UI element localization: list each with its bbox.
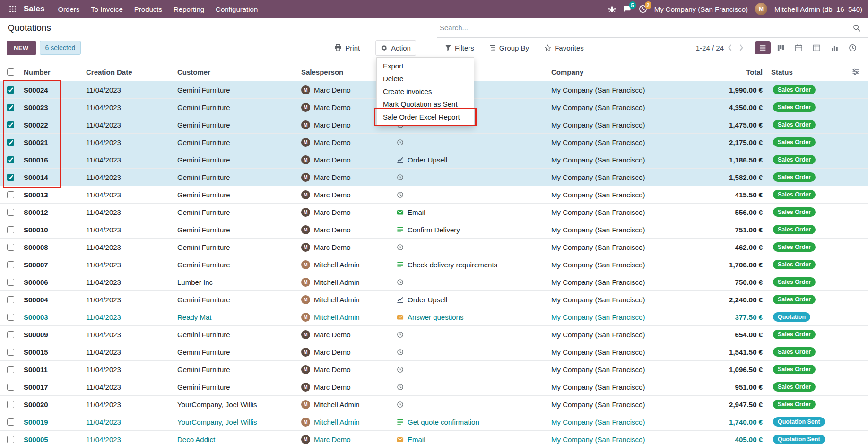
row-checkbox[interactable] bbox=[7, 86, 14, 94]
table-row[interactable]: S00009 11/04/2023 Gemini Furniture M Mar… bbox=[0, 326, 868, 343]
column-header-status[interactable]: Status bbox=[768, 68, 837, 76]
pager-previous-icon[interactable] bbox=[724, 44, 736, 51]
menu-products[interactable]: Products bbox=[129, 1, 168, 17]
column-header-total[interactable]: Total bbox=[690, 68, 768, 76]
row-checkbox[interactable] bbox=[7, 418, 14, 426]
row-checkbox[interactable] bbox=[7, 384, 14, 391]
row-checkbox[interactable] bbox=[7, 244, 14, 251]
table-row[interactable]: S00021 11/04/2023 Gemini Furniture M Mar… bbox=[0, 134, 868, 151]
action-menu-item[interactable]: Sale Order Excel Report bbox=[377, 111, 474, 123]
row-activity-button[interactable] bbox=[394, 279, 548, 286]
row-activity-button[interactable]: Answer questions bbox=[394, 313, 548, 321]
selected-count-badge[interactable]: 6 selected bbox=[40, 41, 81, 55]
action-menu-item[interactable]: Delete bbox=[377, 72, 474, 85]
table-row[interactable]: S00006 11/04/2023 Lumber Inc M Mitchell … bbox=[0, 273, 868, 291]
table-row[interactable]: S00017 11/04/2023 Gemini Furniture M Mar… bbox=[0, 378, 868, 396]
row-checkbox[interactable] bbox=[7, 121, 14, 128]
activity-view-icon[interactable] bbox=[845, 41, 860, 54]
search-input[interactable] bbox=[440, 24, 849, 32]
calendar-view-icon[interactable] bbox=[791, 41, 807, 54]
adjust-columns-icon[interactable] bbox=[837, 68, 868, 76]
user-avatar[interactable]: M bbox=[755, 3, 767, 15]
table-row[interactable]: S00010 11/04/2023 Gemini Furniture M Mar… bbox=[0, 221, 868, 239]
menu-configuration[interactable]: Configuration bbox=[210, 1, 263, 17]
column-header-creation-date[interactable]: Creation Date bbox=[83, 68, 174, 76]
row-activity-button[interactable]: Order Upsell bbox=[394, 156, 548, 164]
debug-bug-icon[interactable] bbox=[608, 5, 616, 13]
row-activity-button[interactable] bbox=[394, 244, 548, 251]
row-activity-button[interactable] bbox=[394, 384, 548, 391]
column-header-number[interactable]: Number bbox=[21, 68, 83, 76]
new-button[interactable]: NEW bbox=[7, 41, 36, 55]
row-activity-button[interactable]: Check delivery requirements bbox=[394, 261, 548, 269]
row-checkbox[interactable] bbox=[7, 314, 14, 321]
menu-reporting[interactable]: Reporting bbox=[168, 1, 210, 17]
row-activity-button[interactable] bbox=[394, 174, 548, 181]
row-checkbox[interactable] bbox=[7, 104, 14, 111]
pivot-view-icon[interactable] bbox=[809, 41, 825, 54]
row-activity-button[interactable] bbox=[394, 349, 548, 356]
app-name[interactable]: Sales bbox=[24, 4, 44, 14]
row-activity-button[interactable]: Email bbox=[394, 435, 548, 444]
row-checkbox[interactable] bbox=[7, 436, 14, 443]
row-checkbox[interactable] bbox=[7, 349, 14, 356]
row-activity-button[interactable]: Confirm Delivery bbox=[394, 226, 548, 234]
company-switcher[interactable]: My Company (San Francisco) bbox=[654, 5, 748, 13]
table-row[interactable]: S00011 11/04/2023 Gemini Furniture M Mar… bbox=[0, 361, 868, 378]
table-row[interactable]: S00013 11/04/2023 Gemini Furniture M Mar… bbox=[0, 186, 868, 204]
row-checkbox[interactable] bbox=[7, 366, 14, 373]
column-header-company[interactable]: Company bbox=[548, 68, 690, 76]
row-checkbox[interactable] bbox=[7, 331, 14, 338]
table-row[interactable]: S00012 11/04/2023 Gemini Furniture M Mar… bbox=[0, 204, 868, 221]
row-activity-button[interactable] bbox=[394, 401, 548, 408]
select-all-checkbox[interactable] bbox=[7, 68, 14, 76]
column-header-customer[interactable]: Customer bbox=[174, 68, 298, 76]
user-name[interactable]: Mitchell Admin (db_16_540) bbox=[774, 5, 862, 13]
row-checkbox[interactable] bbox=[7, 209, 14, 216]
search-icon[interactable] bbox=[853, 24, 860, 32]
table-row[interactable]: S00003 11/04/2023 Ready Mat M Mitchell A… bbox=[0, 308, 868, 326]
table-row[interactable]: S00007 11/04/2023 Gemini Furniture M Mit… bbox=[0, 256, 868, 273]
row-activity-button[interactable] bbox=[394, 191, 548, 198]
menu-orders[interactable]: Orders bbox=[52, 1, 85, 17]
row-checkbox[interactable] bbox=[7, 279, 14, 286]
row-checkbox[interactable] bbox=[7, 174, 14, 181]
row-activity-button[interactable] bbox=[394, 139, 548, 146]
row-activity-button[interactable] bbox=[394, 331, 548, 338]
table-row[interactable]: S00020 11/04/2023 YourCompany, Joel Will… bbox=[0, 396, 868, 413]
row-activity-button[interactable] bbox=[394, 366, 548, 373]
print-button[interactable]: Print bbox=[329, 40, 365, 56]
row-checkbox[interactable] bbox=[7, 156, 14, 163]
table-row[interactable]: S00016 11/04/2023 Gemini Furniture M Mar… bbox=[0, 151, 868, 169]
table-row[interactable]: S00004 11/04/2023 Gemini Furniture M Mit… bbox=[0, 291, 868, 308]
messages-icon[interactable]: 5 bbox=[623, 5, 632, 13]
graph-view-icon[interactable] bbox=[827, 41, 842, 54]
table-row[interactable]: S00005 11/04/2023 Deco Addict M Marc Dem… bbox=[0, 431, 868, 444]
row-checkbox[interactable] bbox=[7, 191, 14, 198]
row-checkbox[interactable] bbox=[7, 296, 14, 303]
kanban-view-icon[interactable] bbox=[773, 41, 789, 54]
apps-grid-icon[interactable] bbox=[6, 2, 20, 16]
action-menu-item[interactable]: Export bbox=[377, 60, 474, 72]
menu-to-invoice[interactable]: To Invoice bbox=[85, 1, 129, 17]
row-checkbox[interactable] bbox=[7, 139, 14, 146]
row-activity-button[interactable]: Get quote confirmation bbox=[394, 418, 548, 426]
row-checkbox[interactable] bbox=[7, 401, 14, 408]
group-by-button[interactable]: Group By bbox=[484, 40, 534, 56]
action-menu-item[interactable]: Create invoices bbox=[377, 85, 474, 98]
action-menu-item[interactable]: Mark Quotation as Sent bbox=[377, 98, 474, 111]
row-activity-button[interactable]: Order Upsell bbox=[394, 296, 548, 304]
pager-next-icon[interactable] bbox=[736, 44, 747, 51]
favorites-button[interactable]: Favorites bbox=[539, 40, 589, 56]
table-row[interactable]: S00014 11/04/2023 Gemini Furniture M Mar… bbox=[0, 169, 868, 186]
action-button[interactable]: Action bbox=[375, 40, 416, 56]
row-checkbox[interactable] bbox=[7, 261, 14, 268]
filters-button[interactable]: Filters bbox=[440, 40, 479, 56]
row-checkbox[interactable] bbox=[7, 226, 14, 233]
table-row[interactable]: S00008 11/04/2023 Gemini Furniture M Mar… bbox=[0, 239, 868, 256]
table-row[interactable]: S00019 11/04/2023 YourCompany, Joel Will… bbox=[0, 413, 868, 431]
table-row[interactable]: S00015 11/04/2023 Gemini Furniture M Mar… bbox=[0, 343, 868, 361]
list-view-icon[interactable] bbox=[755, 41, 771, 54]
activities-icon[interactable]: 2 bbox=[639, 5, 647, 13]
row-activity-button[interactable]: Email bbox=[394, 208, 548, 216]
